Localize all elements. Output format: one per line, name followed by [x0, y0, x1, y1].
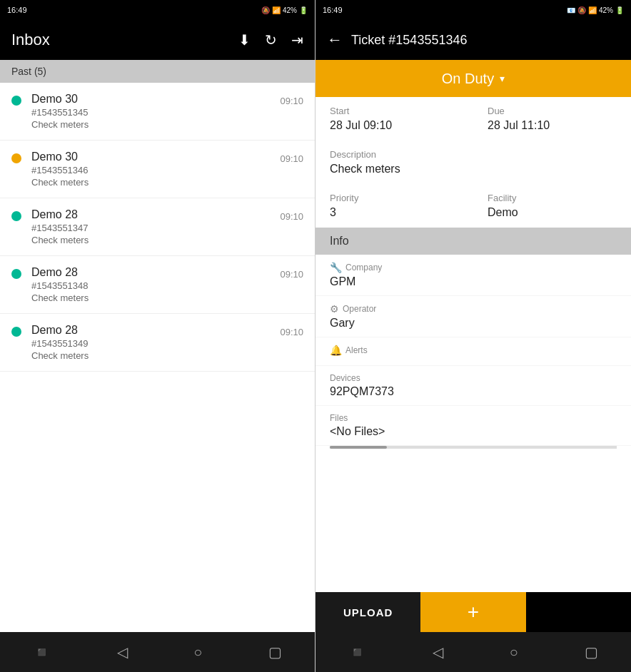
upload-button[interactable]: UPLOAD: [316, 592, 420, 632]
ticket-number: #1543551348: [31, 280, 274, 291]
ticket-time: 09:10: [280, 211, 303, 222]
ticket-item-1543551347[interactable]: Demo 28 #1543551347 Check meters 09:10: [0, 198, 315, 256]
ticket-name: Demo 28: [31, 324, 274, 337]
chevron-down-icon: ▾: [500, 73, 505, 84]
operator-label: ⚙ Operator: [330, 303, 617, 315]
ticket-item-1543551346[interactable]: Demo 30 #1543551346 Check meters 09:10: [0, 141, 315, 198]
facility-col: Facility Demo: [488, 193, 617, 219]
facility-value: Demo: [488, 206, 617, 219]
start-label: Start: [330, 106, 459, 116]
left-status-bar: 16:49 🔕 📶 42% 🔋: [0, 0, 315, 20]
company-item: 🔧 Company GPM: [316, 255, 631, 296]
nav-back-icon[interactable]: ◁: [433, 643, 443, 661]
ticket-info: Demo 28 #1543551349 Check meters: [31, 324, 274, 361]
priority-label: Priority: [330, 193, 459, 203]
ticket-desc: Check meters: [31, 350, 274, 361]
ticket-info: Demo 30 #1543551345 Check meters: [31, 93, 274, 130]
ticket-list: Demo 30 #1543551345 Check meters 09:10 D…: [0, 83, 315, 632]
ticket-name: Demo 30: [31, 151, 274, 163]
due-label: Due: [488, 106, 617, 116]
left-header: Inbox ⬇ ↻ ⇥: [0, 20, 315, 60]
alerts-item: 🔔 Alerts: [316, 337, 631, 366]
right-header: ← Ticket #1543551346: [316, 20, 631, 60]
ticket-info: Demo 28 #1543551348 Check meters: [31, 266, 274, 303]
nav-back-icon[interactable]: ◁: [117, 643, 128, 661]
operator-item: ⚙ Operator Gary: [316, 296, 631, 337]
right-nav-bar: ◾ ◁ ○ ▢: [316, 632, 631, 672]
ticket-time: 09:10: [280, 269, 303, 280]
left-header-icons: ⬇ ↻ ⇥: [238, 31, 303, 49]
left-status-icons: 🔕 📶 42% 🔋: [261, 6, 308, 14]
duty-banner[interactable]: On Duty ▾: [316, 60, 631, 97]
ticket-desc: Check meters: [31, 235, 274, 245]
ticket-number: #1543551347: [31, 223, 274, 233]
status-dot-green: [11, 269, 21, 279]
scroll-indicator: [330, 446, 617, 449]
files-value: <No Files>: [330, 425, 617, 438]
right-status-bar: 16:49 📧 🔕 📶 42% 🔋: [316, 0, 631, 20]
nav-home-icon[interactable]: ○: [193, 644, 202, 661]
nav-recent-icon[interactable]: ▢: [585, 643, 598, 661]
due-value: 28 Jul 11:10: [488, 119, 617, 132]
devices-label: Devices: [330, 373, 617, 383]
ticket-time: 09:10: [280, 153, 303, 164]
ticket-item-1543551345[interactable]: Demo 30 #1543551345 Check meters 09:10: [0, 83, 315, 141]
back-button[interactable]: ←: [327, 31, 343, 49]
start-value: 28 Jul 09:10: [330, 119, 459, 132]
company-value: GPM: [330, 275, 617, 288]
description-col: Description Check meters: [330, 149, 617, 175]
left-nav-bar: ◾ ◁ ○ ▢: [0, 632, 315, 672]
files-item: Files <No Files>: [316, 406, 631, 446]
operator-value: Gary: [330, 317, 617, 330]
ticket-info: Demo 28 #1543551347 Check meters: [31, 208, 274, 245]
ticket-time: 09:10: [280, 96, 303, 106]
download-icon[interactable]: ⬇: [238, 31, 251, 49]
due-col: Due 28 Jul 11:10: [488, 106, 617, 132]
ticket-time: 09:10: [280, 327, 303, 337]
description-label: Description: [330, 149, 617, 160]
ticket-number: #1543551345: [31, 107, 274, 118]
status-dot-yellow: [11, 153, 21, 163]
ticket-name: Demo 30: [31, 93, 274, 106]
ticket-item-1543551349[interactable]: Demo 28 #1543551349 Check meters 09:10: [0, 314, 315, 372]
files-label: Files: [330, 413, 617, 423]
priority-facility-row: Priority 3 Facility Demo: [316, 184, 631, 228]
ticket-item-1543551348[interactable]: Demo 28 #1543551348 Check meters 09:10: [0, 256, 315, 314]
company-icon: 🔧: [330, 262, 342, 273]
inbox-title: Inbox: [11, 31, 50, 49]
ticket-number: #1543551349: [31, 338, 274, 349]
ticket-desc: Check meters: [31, 119, 274, 130]
priority-value: 3: [330, 206, 459, 219]
alerts-label: 🔔 Alerts: [330, 345, 617, 356]
start-due-row: Start 28 Jul 09:10 Due 28 Jul 11:10: [316, 97, 631, 141]
devices-value: 92PQM7373: [330, 385, 617, 398]
logout-icon[interactable]: ⇥: [291, 31, 303, 49]
status-dot-green: [11, 327, 21, 337]
nav-square-icon[interactable]: ◾: [348, 643, 366, 661]
left-time: 16:49: [7, 6, 27, 14]
ticket-detail-title: Ticket #1543551346: [351, 33, 467, 48]
ticket-number: #1543551346: [31, 165, 274, 175]
devices-item: Devices 92PQM7373: [316, 366, 631, 406]
refresh-icon[interactable]: ↻: [265, 31, 277, 49]
company-label: 🔧 Company: [330, 262, 617, 273]
empty-space: [526, 592, 631, 632]
nav-square-icon[interactable]: ◾: [33, 643, 51, 661]
scroll-thumb: [330, 446, 387, 449]
priority-col: Priority 3: [330, 193, 459, 219]
ticket-name: Demo 28: [31, 266, 274, 279]
nav-home-icon[interactable]: ○: [510, 644, 518, 661]
ticket-desc: Check meters: [31, 292, 274, 303]
facility-label: Facility: [488, 193, 617, 203]
ticket-name: Demo 28: [31, 208, 274, 221]
ticket-info: Demo 30 #1543551346 Check meters: [31, 151, 274, 188]
ticket-desc: Check meters: [31, 177, 274, 188]
duty-text: On Duty: [442, 71, 494, 87]
info-header: Info: [316, 228, 631, 255]
start-col: Start 28 Jul 09:10: [330, 106, 459, 132]
right-status-icons: 📧 🔕 📶 42% 🔋: [567, 6, 624, 14]
operator-icon: ⚙: [330, 303, 339, 315]
plus-button[interactable]: +: [420, 592, 525, 632]
nav-recent-icon[interactable]: ▢: [268, 643, 282, 661]
description-value: Check meters: [330, 163, 617, 175]
